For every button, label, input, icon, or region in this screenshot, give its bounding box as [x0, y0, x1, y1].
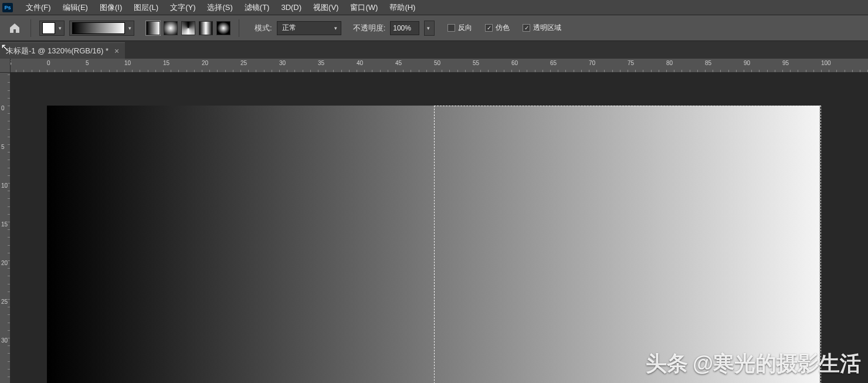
gradient-type-angle[interactable] — [181, 21, 195, 35]
menu-edit[interactable]: 编辑(E) — [57, 0, 94, 15]
ruler-tick: 10 — [124, 60, 131, 66]
chevron-down-icon: ▾ — [59, 25, 62, 31]
ruler-tick: 25 — [240, 60, 247, 66]
opacity-dropdown[interactable]: ▾ — [424, 21, 435, 36]
gradient-type-group — [146, 21, 230, 35]
ruler-tick: 65 — [550, 60, 557, 66]
checkbox-checked-icon — [485, 24, 493, 32]
watermark: 头条 @寒光的摄影生活 — [646, 350, 861, 378]
menu-image[interactable]: 图像(I) — [94, 0, 128, 15]
mode-value: 正常 — [282, 23, 296, 33]
menu-file[interactable]: 文件(F) — [20, 0, 57, 15]
opacity-label: 不透明度: — [353, 23, 386, 33]
home-icon — [9, 23, 21, 33]
menu-help[interactable]: 帮助(H) — [384, 0, 421, 15]
menu-bar: Ps 文件(F) 编辑(E) 图像(I) 图层(L) 文字(Y) 选择(S) 滤… — [0, 0, 868, 15]
reverse-label: 反向 — [458, 23, 472, 33]
workspace: 5051015202530354045505560657075808590951… — [0, 59, 868, 383]
ruler-tick: 70 — [589, 60, 595, 66]
gradient-preview-icon — [72, 22, 125, 34]
gradient-type-reflected[interactable] — [199, 21, 213, 35]
ruler-tick: 45 — [395, 60, 402, 66]
separator — [239, 19, 239, 37]
menu-type[interactable]: 文字(Y) — [164, 0, 201, 15]
ruler-vertical[interactable]: 5051015202530 — [0, 73, 11, 383]
ruler-tick: 100 — [821, 60, 831, 66]
ruler-tick: 5 — [11, 60, 12, 66]
ruler-tick: 75 — [628, 60, 634, 66]
ruler-tick: 40 — [357, 60, 363, 66]
canvas[interactable] — [47, 106, 820, 383]
checkbox-icon — [447, 24, 455, 32]
gradient-type-radial[interactable] — [164, 21, 178, 35]
options-bar: ▾ ▾ 模式: 正常 ▾ 不透明度: 100% ▾ 反向 仿色 透明区域 — [0, 15, 868, 41]
separator — [30, 19, 31, 37]
ruler-tick: 60 — [511, 60, 518, 66]
app-logo: Ps — [2, 3, 13, 12]
ruler-tick: 0 — [47, 60, 50, 66]
chevron-down-icon: ▾ — [128, 25, 131, 31]
document-tab-bar: 未标题-1 @ 1320%(RGB/16) * × — [0, 41, 868, 59]
dither-checkbox[interactable]: 仿色 — [485, 23, 510, 33]
transparency-label: 透明区域 — [533, 23, 561, 33]
ruler-tick: 20 — [202, 60, 208, 66]
ruler-tick: 95 — [782, 60, 789, 66]
watermark-brand: 头条 — [646, 350, 688, 378]
canvas-area[interactable] — [11, 73, 868, 383]
opacity-field[interactable]: 100% — [390, 21, 419, 35]
color-swatch-icon — [42, 22, 55, 34]
menu-view[interactable]: 视图(V) — [307, 0, 344, 15]
ruler-tick: 50 — [434, 60, 440, 66]
transparency-checkbox[interactable]: 透明区域 — [523, 23, 561, 33]
home-button[interactable] — [7, 21, 22, 35]
ruler-tick: 35 — [318, 60, 324, 66]
ruler-corner — [0, 59, 11, 73]
menu-window[interactable]: 窗口(W) — [344, 0, 384, 15]
dither-label: 仿色 — [496, 23, 510, 33]
menu-3d[interactable]: 3D(D) — [275, 1, 307, 14]
gradient-type-diamond[interactable] — [216, 21, 230, 35]
menu-layer[interactable]: 图层(L) — [128, 0, 164, 15]
checkbox-checked-icon — [523, 24, 530, 32]
chevron-down-icon: ▾ — [334, 25, 337, 31]
mode-dropdown[interactable]: 正常 ▾ — [277, 21, 341, 35]
menu-select[interactable]: 选择(S) — [201, 0, 238, 15]
foreground-color-picker[interactable]: ▾ — [39, 21, 65, 36]
ruler-tick: 85 — [705, 60, 711, 66]
ruler-tick: 30 — [279, 60, 286, 66]
opacity-value: 100% — [393, 24, 411, 32]
watermark-text: @寒光的摄影生活 — [693, 350, 861, 378]
close-icon[interactable]: × — [114, 46, 119, 56]
ruler-tick: 5 — [86, 60, 89, 66]
menu-filter[interactable]: 滤镜(T) — [239, 0, 276, 15]
document-tab[interactable]: 未标题-1 @ 1320%(RGB/16) * × — [0, 42, 125, 59]
ruler-horizontal[interactable]: 5051015202530354045505560657075808590951… — [11, 59, 868, 73]
ruler-tick: 90 — [744, 60, 750, 66]
document-tab-title: 未标题-1 @ 1320%(RGB/16) * — [6, 46, 108, 56]
gradient-type-linear[interactable] — [146, 21, 160, 35]
ruler-tick: 15 — [163, 60, 169, 66]
ruler-tick: 80 — [666, 60, 673, 66]
mode-label: 模式: — [255, 23, 272, 33]
gradient-picker[interactable]: ▾ — [69, 21, 134, 36]
reverse-checkbox[interactable]: 反向 — [447, 23, 472, 33]
chevron-down-icon: ▾ — [427, 25, 430, 31]
ruler-tick: 55 — [473, 60, 479, 66]
